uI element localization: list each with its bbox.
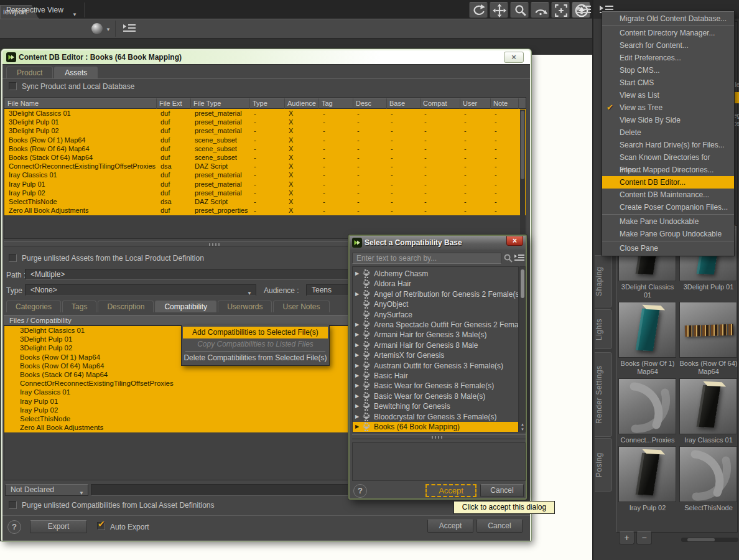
pane-menu-item[interactable]: Content DB Maintenance... [602, 189, 734, 201]
purge-compat-checkbox[interactable] [9, 501, 17, 509]
expander-icon[interactable]: ▶ [355, 363, 359, 368]
tree-item[interactable]: ▶Basic Hair [353, 371, 518, 381]
pane-menu-item[interactable]: Start CMS [602, 77, 734, 89]
pane-menu-item[interactable]: ✔View as Tree [602, 101, 734, 114]
tree-item[interactable]: ▶Basic Wear for Genesis 8 Male(s) [353, 391, 518, 401]
detail-tab-categories[interactable]: Categories [6, 301, 61, 312]
pane-menu-item[interactable]: Import Mapped Directories... [602, 164, 734, 176]
expander-icon[interactable]: ▶ [355, 332, 359, 337]
column-header[interactable]: Tag [320, 98, 353, 109]
column-header[interactable]: Compat [421, 98, 460, 109]
pane-menu-item[interactable]: Stop CMS... [602, 64, 734, 77]
tab-assets[interactable]: Assets [54, 67, 98, 78]
thumbnail-image[interactable] [679, 378, 737, 434]
tree-item[interactable]: AnyObject [353, 299, 518, 309]
thumbnail-image[interactable] [679, 446, 737, 502]
table-row[interactable]: 3Delight Pulp 02dufpreset_material-X----… [4, 126, 526, 135]
expander-icon[interactable]: ▶ [355, 414, 359, 419]
column-header[interactable]: User [461, 98, 491, 109]
audience-dropdown[interactable]: Teens [306, 284, 351, 296]
close-button[interactable]: × [504, 52, 524, 63]
tree-item[interactable]: ▶Armani Hair for Genesis 8 Male [353, 340, 518, 350]
table-row[interactable]: Iray Classics 01dufpreset_material-X----… [4, 170, 526, 179]
pane-menu-item[interactable]: Close Pane [602, 242, 734, 254]
close-button[interactable]: × [506, 236, 523, 246]
tree-item[interactable]: ▶Buccaneer Basic for Genesis [353, 432, 518, 432]
column-header[interactable]: Base [388, 98, 421, 109]
auto-export-checkbox[interactable]: ✔ [97, 522, 105, 530]
table-row[interactable]: Zero All Book Adjustmentsdufpreset_prope… [4, 206, 526, 215]
table-row[interactable]: Iray Pulp 01dufpreset_material-X------ [4, 180, 526, 189]
column-header[interactable]: Note [491, 98, 519, 109]
tree-item[interactable]: ▶Arena Spectacle Outfit For Genesis 2 Fe… [353, 320, 518, 330]
detail-tab-userwords[interactable]: Userwords [218, 301, 272, 312]
tree-item[interactable]: ▶Books (64 Book Mapping) [353, 422, 518, 432]
context-menu-item[interactable]: Add Compatibilities to Selected File(s) [183, 327, 328, 338]
pane-menu-item[interactable]: Search for Content... [602, 39, 734, 52]
window-titlebar[interactable]: Content DB Editor : Books (64 Book Mappi… [2, 50, 530, 64]
tree-item[interactable]: ▶Basic Wear for Genesis 8 Female(s) [353, 381, 518, 391]
thumbnail-image[interactable] [679, 302, 737, 358]
detail-tab-description[interactable]: Description [98, 301, 154, 312]
pane-menu-item[interactable]: View Side By Side [602, 114, 734, 126]
thumbnail-item[interactable]: SelectThisNode [679, 446, 738, 512]
pane-menu-item[interactable]: Edit Preferences... [602, 52, 734, 64]
tree-item[interactable]: ▶Austrani Outfit for Genesis 3 Female(s) [353, 361, 518, 371]
purge-assets-checkbox[interactable] [9, 254, 17, 262]
column-header[interactable]: Desc [354, 98, 387, 109]
dialog-titlebar[interactable]: Select a Compatibility Base [350, 236, 526, 250]
tree-item[interactable]: ▶Angel of Retribution for Genesis 2 Fema… [353, 289, 518, 299]
table-row[interactable]: ConnectOrReconnectExistingTilingOffsetPr… [4, 162, 526, 170]
context-menu-item[interactable]: Delete Compatibilities from Selected Fil… [183, 352, 328, 364]
accept-button[interactable]: Accept [425, 484, 476, 497]
thumbnail-item[interactable]: Connect...Proxies [618, 378, 677, 444]
expander-icon[interactable]: ▶ [355, 424, 359, 429]
scrollbar-handle[interactable] [521, 269, 524, 298]
expander-icon[interactable]: ▶ [355, 373, 359, 378]
expander-icon[interactable]: ▶ [355, 383, 359, 388]
table-row[interactable]: 3Delight Classics 01dufpreset_material-X… [4, 109, 526, 118]
add-button[interactable]: + [619, 531, 634, 544]
scrollbar-handle[interactable] [521, 111, 524, 179]
column-header[interactable]: File Name [6, 98, 157, 109]
expander-icon[interactable]: ▶ [355, 342, 359, 348]
pane-menu-item[interactable]: Content Directory Manager... [602, 27, 734, 39]
scroll-down-icon[interactable]: ▼ [521, 427, 524, 431]
detail-tab-tags[interactable]: Tags [62, 301, 96, 312]
tree-item[interactable]: ▶Armani Hair for Genesis 3 Male(s) [353, 330, 518, 340]
help-button[interactable]: ? [353, 484, 367, 498]
thumbnail-item[interactable]: Iray Classics 01 [679, 378, 738, 444]
tab-product[interactable]: Product [6, 67, 53, 78]
thumbnail-item[interactable]: Books (Row Of 64) Map64 [679, 302, 738, 376]
side-tab-posing[interactable]: Posing [595, 438, 612, 492]
column-header[interactable]: File Type [192, 98, 250, 109]
splitter-handle[interactable] [352, 434, 526, 439]
pane-menu-item[interactable]: View as List [602, 89, 734, 101]
viewport-pane-options-icon[interactable] [576, 4, 592, 16]
expander-icon[interactable]: ▶ [355, 352, 359, 358]
remove-button[interactable]: − [636, 531, 652, 544]
search-options-icon[interactable] [514, 253, 525, 265]
table-row[interactable]: SelectThisNodedsaDAZ Script-X------ [4, 197, 526, 206]
frame-button[interactable] [551, 2, 570, 18]
pane-menu-item[interactable]: Migrate Old Content Database... [602, 12, 734, 25]
accept-button[interactable]: Accept [427, 520, 473, 533]
tree-item[interactable]: AnySurface [353, 310, 518, 320]
horizontal-scrollbar[interactable] [681, 538, 738, 542]
column-header[interactable]: Type [251, 98, 285, 109]
expander-icon[interactable]: ▶ [355, 403, 359, 409]
camera-selector[interactable]: Perspective View ▼ [2, 2, 85, 17]
side-tab-render-settings[interactable]: Render Settings [595, 352, 612, 437]
zoom-button[interactable] [510, 2, 529, 18]
pane-menu-item[interactable]: Search Hard Drive(s) for Files... [602, 139, 734, 151]
compatibility-base-dropdown[interactable]: Not Declared ▼ [5, 484, 88, 496]
pane-menu-item[interactable]: Create Poser Companion Files... [602, 201, 734, 213]
vertical-scrollbar[interactable] [520, 110, 525, 238]
scrollbar-handle[interactable] [687, 538, 715, 541]
tree-item[interactable]: Aldora Hair [353, 279, 518, 289]
pane-menu-item[interactable]: Delete [602, 126, 734, 139]
side-tab-shaping[interactable]: Shaping [595, 255, 612, 307]
thumbnail-image[interactable] [618, 446, 676, 502]
sync-checkbox[interactable] [9, 82, 17, 90]
thumbnail-image[interactable] [618, 378, 676, 434]
